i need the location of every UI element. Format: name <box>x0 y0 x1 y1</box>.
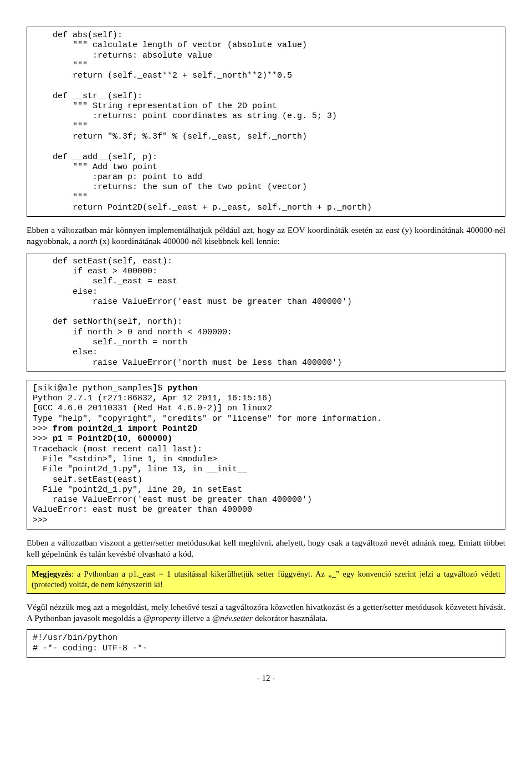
code-block-terminal-session: [siki@ale python_samples]$ python Python… <box>27 380 505 529</box>
text-setter-italic: @név.setter <box>212 613 253 623</box>
terminal-output: >>> <box>33 434 53 444</box>
text: Ebben a változatban már könnyen implemen… <box>27 225 386 235</box>
paragraph-property-decorator: Végül nézzük meg azt a megoldást, mely l… <box>27 602 505 624</box>
text: (x) koordinátának 400000-nél kisebbnek k… <box>98 236 280 246</box>
paragraph-getter-setter: Ebben a változatban viszont a getter/set… <box>27 537 505 559</box>
page-number: - 12 - <box>27 673 505 684</box>
terminal-traceback: Traceback (most recent call last): File … <box>33 445 312 525</box>
note-label: Megjegyzés <box>32 569 71 578</box>
code-block-abs-str-add: def abs(self): """ calculate length of v… <box>27 27 505 217</box>
text-north-italic: north <box>79 236 98 246</box>
note-text: : a Pythonban a p1._east = 1 utasítással… <box>32 569 500 589</box>
code-block-seteast-setnorth: def setEast(self, east): if east > 40000… <box>27 253 505 372</box>
paragraph-eov-intro: Ebben a változatban már könnyen implemen… <box>27 225 505 247</box>
terminal-cmd-python: python <box>167 384 197 393</box>
terminal-prompt: [siki@ale python_samples]$ <box>33 384 167 393</box>
terminal-cmd-import: from point2d_1 import Point2D <box>53 424 197 434</box>
text: illetve a <box>181 613 212 623</box>
code-block-shebang: #!/usr/bin/python # -*- coding: UTF-8 -*… <box>27 629 505 658</box>
text-east-italic: east <box>386 225 400 235</box>
terminal-cmd-p1: p1 = Point2D(10, 600000) <box>53 434 172 444</box>
text: dekorátor használata. <box>253 613 328 623</box>
note-box: Megjegyzés: a Pythonban a p1._east = 1 u… <box>27 565 505 594</box>
text-property-italic: @property <box>144 613 181 623</box>
